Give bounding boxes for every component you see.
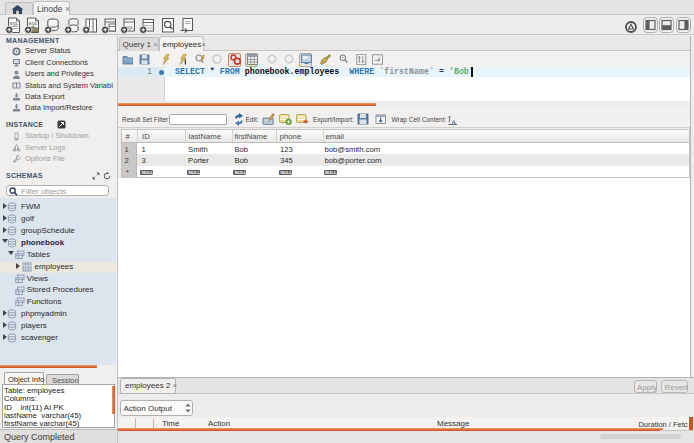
svg-text:SQL: SQL bbox=[29, 20, 38, 25]
svg-text:A: A bbox=[451, 117, 456, 124]
svg-text:SQL: SQL bbox=[10, 20, 19, 25]
